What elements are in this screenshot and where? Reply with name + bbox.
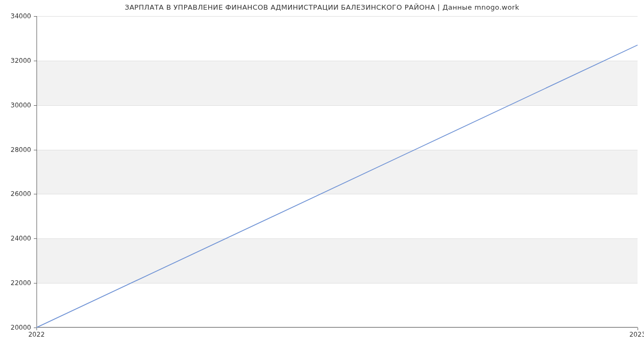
y-tick-label: 26000 [11,190,31,198]
y-tick-label: 28000 [11,146,31,154]
series-layer [36,16,638,328]
y-tick-label: 20000 [11,324,31,331]
x-tick-mark [638,328,638,330]
y-tick-label: 32000 [11,57,31,64]
y-tick-label: 34000 [11,12,31,20]
plot-area: 2000022000240002600028000300003200034000… [36,16,638,328]
y-tick-label: 24000 [11,235,31,242]
grid-line [36,328,638,328]
x-tick-label: 2022 [28,331,45,338]
x-tick-mark [36,328,37,330]
y-tick-label: 22000 [11,279,31,287]
x-tick-label: 2023 [630,331,644,338]
chart-title: ЗАРПЛАТА В УПРАВЛЕНИЕ ФИНАНСОВ АДМИНИСТР… [0,3,644,11]
y-tick-label: 30000 [11,101,31,109]
series-line [36,45,638,328]
chart-container: ЗАРПЛАТА В УПРАВЛЕНИЕ ФИНАНСОВ АДМИНИСТР… [0,0,644,349]
